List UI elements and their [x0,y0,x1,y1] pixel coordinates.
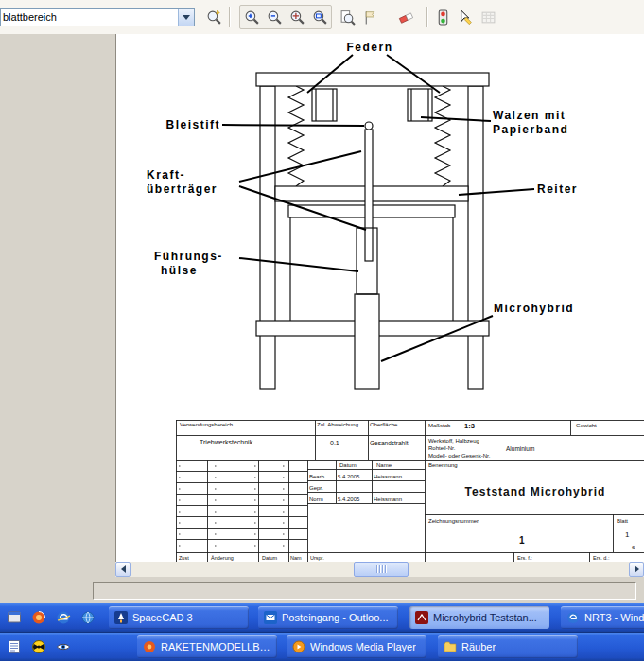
zoom-page-icon [339,9,356,26]
scrollbar-thumb[interactable] [354,562,409,577]
tb-zeichnungsnummer-value: 1 [519,535,525,546]
zoom-dynamic-button[interactable] [286,6,308,28]
thumb-grip [376,565,377,573]
tb-werkstoff-line2: Rohteil-Nr. [428,445,456,451]
drawing-canvas[interactable]: Federn Bleistift Walzen mit Papierband K… [115,34,644,562]
edit-pointer-icon [458,9,474,26]
zoom-tool-group [239,5,332,29]
edit-pointer-button[interactable] [454,6,477,28]
toolbar-separator [229,7,230,27]
taskbar-button-label: Microhybrid Teststan... [433,612,537,623]
tb-benennung-label: Benennung [428,462,458,468]
tb-blatt-value: 1 [625,531,630,539]
tb-gewicht-label: Gewicht [576,423,597,428]
app-window-icon[interactable] [6,609,23,626]
sheet-area-combo[interactable]: blattbereich [0,8,195,26]
pencil-tip [365,122,373,130]
label-microhybrid: Microhybrid [494,302,574,315]
windows-media-player-icon [292,640,305,653]
right-column [468,86,483,389]
tb-ers-f-label: Ers. f.: [517,555,532,561]
tb-norm-label: Norm [309,496,323,502]
zoom-out-button[interactable] [263,6,286,28]
tb-urspr-label: Urspr. [310,555,324,561]
technical-drawing: Federn Bleistift Walzen mit Papierband K… [116,34,644,562]
tb-nam-label: Nam [290,555,302,561]
firefox-icon[interactable] [30,609,47,626]
flag-button[interactable] [358,6,381,28]
tb-abweichung-value: 0.1 [330,440,339,446]
flag-icon [362,9,378,26]
tb-datum-header: Datum [339,462,357,468]
zoom-in-button[interactable] [240,6,263,28]
revision-row-marks [179,466,285,546]
scroll-left-button[interactable] [115,562,131,577]
tb-oberflaeche-value: Gesandstrahlt [370,440,409,446]
sheet-area-combo-value: blattbereich [1,11,178,23]
grid-print-icon [480,9,496,26]
taskbar-button-nrt3[interactable]: NRT3 - Windo... [561,606,644,629]
status-bar [0,577,644,603]
taskbar-button-microhybrid-active[interactable]: Microhybrid Teststan... [409,606,549,629]
zoom-page-button[interactable] [336,6,358,28]
tb-blatt-label: Blatt [617,518,628,524]
zoom-window-button[interactable] [308,6,331,28]
outlook-icon [264,611,277,624]
scroll-right-button[interactable] [629,562,644,577]
quick-launch-row-2 [0,638,106,655]
taskbar-row-1: SpaceCAD 3 Posteingang - Outloo... Micro… [0,603,644,632]
label-reiter: Reiter [537,183,578,196]
label-kraft-1: Kraft- [147,168,185,182]
taskbar-button-raeuber[interactable]: Räuber [438,635,578,658]
tb-verwendungsbereich-label: Verwendungsbereich [180,422,233,427]
eraser-button[interactable] [394,6,417,28]
globe-icon[interactable] [79,609,96,626]
command-input-field[interactable] [93,582,636,600]
taskbar-button-label: SpaceCAD 3 [132,612,193,623]
toolbar-separator [426,7,427,27]
test-stand-structure [256,73,489,389]
label-walzen-1: Walzen mit [493,109,566,122]
chevron-down-icon [183,15,190,20]
tb-benennung-value: Teststand Microhybrid [465,485,606,498]
taskbar-button-outlook[interactable]: Posteingang - Outloo... [258,606,398,629]
tb-verwendungsbereich-value: Triebwerkstechnik [200,439,253,445]
internet-explorer-icon[interactable] [55,609,72,626]
combo-dropdown-button[interactable] [178,9,194,26]
title-block-text: Verwendungsbereich Triebwerkstechnik Zul… [179,422,635,561]
microhybrid-motor [355,294,379,389]
scroll-row [0,562,644,577]
taskbar-button-spacecad[interactable]: SpaceCAD 3 [109,606,249,629]
tb-zust-label: Zust [179,555,189,561]
zoom-out-icon [267,9,283,26]
zoom-in-icon [244,9,260,26]
tb-massstab-label: Maßstab [428,423,451,428]
media-file-icon[interactable] [6,638,23,655]
browser-site-icon [143,640,156,653]
zoom-flash-button[interactable] [202,6,225,28]
tb-aenderung-label: Änderung [211,555,234,561]
traffic-light-button[interactable] [431,6,454,28]
label-kraft-2: überträger [147,183,218,196]
label-fuehrung-2: hülse [161,264,198,277]
taskbar-button-wmp[interactable]: Windows Media Player [287,635,426,658]
taskbar-button-label: Posteingang - Outloo... [282,612,389,623]
cad-document-icon [415,611,428,624]
eye-icon[interactable] [55,638,72,655]
quick-launch-row-1 [0,609,106,626]
taskbar-button-raketenmodellbau[interactable]: RAKETENMODELLBAU... [137,635,277,658]
tb-oberflaeche-label: Oberfläche [370,422,398,427]
zoom-window-icon [312,9,328,26]
tb-bearb-datum: 5.4.2005 [338,474,360,479]
tb-blatt-total: 6 [632,545,635,550]
taskbar-button-label: Windows Media Player [310,641,416,652]
arrow-right-icon [635,565,639,573]
spacecad-icon [114,611,128,624]
radiation-icon[interactable] [30,638,47,655]
internet-explorer-icon [566,611,580,624]
tb-bearb-label: Bearb. [309,474,326,479]
horizontal-scrollbar[interactable] [115,562,644,577]
arrow-left-icon [121,565,126,573]
left-spring [288,86,304,186]
tb-abweichung-label: Zul. Abweichung [317,422,358,427]
